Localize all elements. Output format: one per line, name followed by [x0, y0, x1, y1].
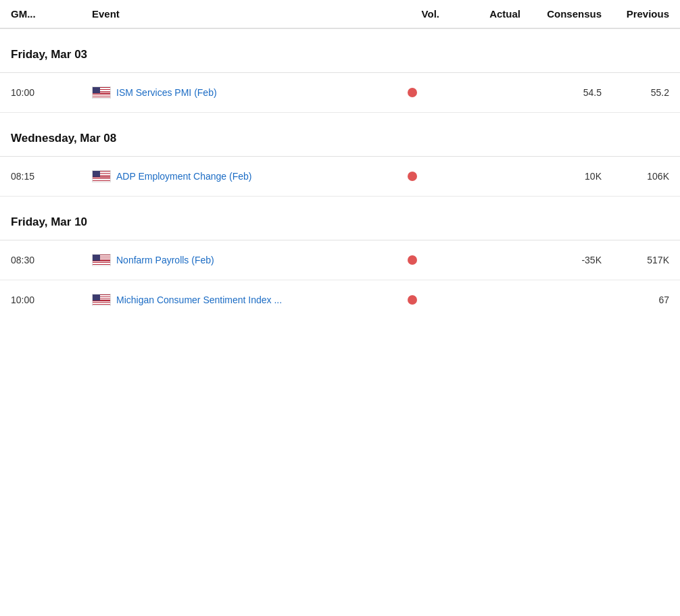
table-row: 10:00Michigan Consumer Sentiment Index .… [0, 280, 680, 319]
event-name-cell: ADP Employment Change (Feb) [92, 170, 385, 182]
groups-container: Friday, Mar 0310:00ISM Services PMI (Feb… [0, 29, 680, 319]
event-time: 10:00 [11, 87, 92, 98]
header-vol: Vol. [385, 8, 439, 20]
date-group-0: Friday, Mar 03 [0, 29, 680, 73]
event-name-link[interactable]: ADP Employment Change (Feb) [116, 171, 252, 182]
previous-value: 55.2 [602, 87, 669, 98]
header-actual: Actual [439, 8, 520, 20]
header-previous: Previous [602, 8, 669, 20]
table-row: 08:30Nonfarm Payrolls (Feb)-35K517K [0, 240, 680, 280]
volatility-high-icon [408, 172, 417, 181]
table-row: 08:15ADP Employment Change (Feb)10K106K [0, 157, 680, 197]
us-flag-icon [92, 254, 111, 266]
economic-calendar-table: GM... Event Vol. Actual Consensus Previo… [0, 0, 680, 319]
table-header: GM... Event Vol. Actual Consensus Previo… [0, 0, 680, 29]
consensus-value: -35K [520, 255, 602, 265]
us-flag-icon [92, 86, 111, 99]
volatility-cell [385, 295, 439, 305]
previous-value: 106K [602, 171, 669, 182]
consensus-value: 54.5 [520, 87, 602, 98]
event-name-cell: Nonfarm Payrolls (Feb) [92, 254, 385, 266]
volatility-high-icon [408, 88, 417, 97]
volatility-cell [385, 172, 439, 181]
header-event: Event [92, 8, 385, 20]
event-name-cell: Michigan Consumer Sentiment Index ... [92, 294, 385, 306]
event-name-link[interactable]: ISM Services PMI (Feb) [116, 87, 217, 98]
date-group-2: Friday, Mar 10 [0, 197, 680, 240]
us-flag-icon [92, 170, 111, 182]
volatility-cell [385, 255, 439, 265]
volatility-high-icon [408, 295, 417, 305]
event-time: 10:00 [11, 294, 92, 305]
previous-value: 67 [602, 294, 669, 305]
event-name-cell: ISM Services PMI (Feb) [92, 86, 385, 99]
volatility-cell [385, 88, 439, 97]
date-group-1: Wednesday, Mar 08 [0, 113, 680, 157]
volatility-high-icon [408, 255, 417, 265]
event-time: 08:15 [11, 171, 92, 182]
table-row: 10:00ISM Services PMI (Feb)54.555.2 [0, 73, 680, 113]
event-name-link[interactable]: Michigan Consumer Sentiment Index ... [116, 294, 282, 305]
us-flag-icon [92, 294, 111, 306]
consensus-value: 10K [520, 171, 602, 182]
header-consensus: Consensus [520, 8, 602, 20]
event-time: 08:30 [11, 255, 92, 265]
previous-value: 517K [602, 255, 669, 265]
event-name-link[interactable]: Nonfarm Payrolls (Feb) [116, 255, 214, 265]
header-gmt: GM... [11, 8, 92, 20]
